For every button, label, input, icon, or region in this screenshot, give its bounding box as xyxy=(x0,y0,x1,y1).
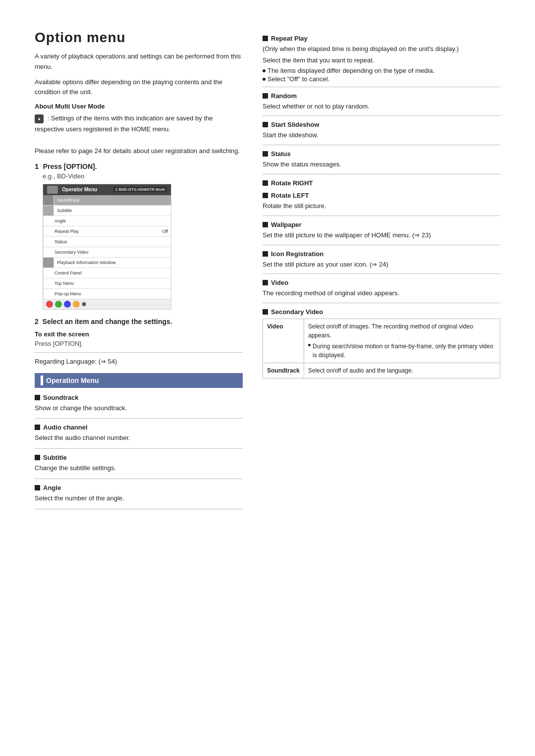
icon-registration-heading: Icon Registration xyxy=(263,250,500,258)
menu-footer-btn xyxy=(64,301,71,308)
angle-body: Select the number of the angle. xyxy=(35,493,243,504)
step2: 2 Select an item and change the settings… xyxy=(35,318,243,325)
start-slideshow-body: Start the slideshow. xyxy=(263,130,500,141)
step1: 1 Press [OPTION]. e.g., BD-Video xyxy=(35,162,243,180)
menu-row: Top Menu xyxy=(43,278,171,289)
divider xyxy=(263,245,500,245)
square-bullet xyxy=(263,193,268,198)
wallpaper-body: Set the still picture to the wallpaper o… xyxy=(263,230,500,241)
menu-header: Operator Menu 1 BND-DTS-HDMSTR Multi xyxy=(43,184,171,195)
square-bullet xyxy=(263,36,268,41)
wallpaper-heading: Wallpaper xyxy=(263,221,500,228)
random-body: Select whether or not to play random. xyxy=(263,102,500,112)
menu-row: Soundtrack xyxy=(43,195,171,206)
divider xyxy=(35,352,243,353)
section-secondary-video: Secondary Video Video Select on/off of i… xyxy=(263,308,500,378)
table-row: Video Select on/off of images. The recor… xyxy=(263,319,500,363)
bullet-dot xyxy=(263,69,266,72)
menu-row: Control Panel xyxy=(43,268,171,278)
section-audio-channel: Audio channel Select the audio channel n… xyxy=(35,424,243,443)
intro-line1: A variety of playback operations and set… xyxy=(35,52,243,72)
table-cell-label: Video xyxy=(263,319,304,363)
section-start-slideshow: Start Slideshow Start the slideshow. xyxy=(263,121,500,141)
intro-line2: Available options differ depending on th… xyxy=(35,77,243,98)
square-bullet xyxy=(263,151,268,157)
status-body: Show the status messages. xyxy=(263,160,500,170)
soundtrack-heading: Soundtrack xyxy=(35,394,243,401)
divider xyxy=(263,115,500,116)
menu-row: Pop-up Menu xyxy=(43,289,171,299)
start-slideshow-heading: Start Slideshow xyxy=(263,121,500,128)
user-icon xyxy=(35,114,44,123)
table-cell-content: Select on/off of audio and the language. xyxy=(304,363,500,378)
menu-footer: ⬤ xyxy=(43,299,171,309)
subtitle-heading: Subtitle xyxy=(35,454,243,461)
rotate-left-body: Rotate the still picture. xyxy=(263,201,500,212)
menu-row-icon xyxy=(43,206,54,216)
section-wallpaper: Wallpaper Set the still picture to the w… xyxy=(263,221,500,241)
divider xyxy=(35,448,243,449)
random-heading: Random xyxy=(263,92,500,100)
icon-registration-body: Set the still picture as your user icon.… xyxy=(263,260,500,270)
menu-badge: 1 BND-DTS-HDMSTR Multi xyxy=(113,187,167,192)
divider xyxy=(263,174,500,174)
step1-number: 1 Press [OPTION]. xyxy=(35,162,243,170)
audio-channel-heading: Audio channel xyxy=(35,424,243,431)
divider xyxy=(263,303,500,303)
menu-row: Playback Information Window xyxy=(43,258,171,268)
secondary-video-table: Video Select on/off of images. The recor… xyxy=(263,319,500,378)
regarding-text: Regarding Language: (⇒ 54) xyxy=(35,358,243,365)
divider xyxy=(263,145,500,145)
video-body: The recording method of original video a… xyxy=(263,288,500,299)
menu-row-icon xyxy=(43,195,54,205)
divider xyxy=(263,87,500,87)
repeat-play-body2: Select the item that you want to repeat. xyxy=(263,55,500,66)
square-bullet xyxy=(263,122,268,127)
menu-row: Status xyxy=(43,237,171,247)
square-bullet xyxy=(35,425,40,430)
rotate-right-heading: Rotate RIGHT xyxy=(263,179,500,187)
repeat-play-heading: Repeat Play xyxy=(263,35,500,42)
menu-row: Repeat Play Off xyxy=(43,226,171,237)
divider xyxy=(263,216,500,216)
section-subtitle: Subtitle Change the subtitle settings. xyxy=(35,454,243,474)
multi-user-section: : Settings of the items with this indica… xyxy=(35,113,243,157)
divider xyxy=(263,273,500,274)
about-multi-user-heading: About Multi User Mode xyxy=(35,103,243,110)
audio-channel-body: Select the audio channel number. xyxy=(35,433,243,443)
square-bullet xyxy=(35,485,40,490)
square-bullet xyxy=(35,455,40,460)
bullet-dot xyxy=(263,78,266,81)
section-angle: Angle Select the number of the angle. xyxy=(35,484,243,504)
divider xyxy=(35,418,243,419)
menu-footer-btn xyxy=(73,301,80,308)
square-bullet xyxy=(263,309,268,315)
section-icon-registration: Icon Registration Set the still picture … xyxy=(263,250,500,270)
section-video: Video The recording method of original v… xyxy=(263,279,500,299)
table-row: Soundtrack Select on/off of audio and th… xyxy=(263,363,500,378)
operation-menu-bar xyxy=(41,376,43,385)
repeat-play-body: (Only when the elapsed time is being dis… xyxy=(263,44,500,54)
menu-row: Secondary Video xyxy=(43,247,171,258)
operation-menu-box: Operation Menu xyxy=(35,373,243,388)
operation-menu-label: Operation Menu xyxy=(46,377,99,384)
exit-text: Press [OPTION]. xyxy=(35,340,243,347)
repeat-play-bullet2: Select "Off" to cancel. xyxy=(263,75,500,83)
section-rotate-left: Rotate LEFT Rotate the still picture. xyxy=(263,192,500,212)
menu-header-icon xyxy=(47,186,58,194)
menu-footer-btn xyxy=(55,301,62,308)
square-bullet xyxy=(263,280,268,285)
table-cell-content: Select on/off of images. The recording m… xyxy=(304,319,500,363)
page-title: Option menu xyxy=(35,30,243,46)
menu-row: Subtitle xyxy=(43,206,171,216)
repeat-play-bullet1: The items displayed differ depending on … xyxy=(263,67,500,74)
rotate-left-heading: Rotate LEFT xyxy=(263,192,500,199)
menu-screenshot: Operator Menu 1 BND-DTS-HDMSTR Multi Sou… xyxy=(43,184,171,310)
divider xyxy=(35,479,243,479)
exit-heading: To exit the screen xyxy=(35,330,243,338)
square-bullet xyxy=(263,222,268,227)
square-bullet xyxy=(263,93,268,99)
square-bullet xyxy=(35,395,40,400)
secondary-video-heading: Secondary Video xyxy=(263,308,500,316)
soundtrack-body: Show or change the soundtrack. xyxy=(35,403,243,414)
